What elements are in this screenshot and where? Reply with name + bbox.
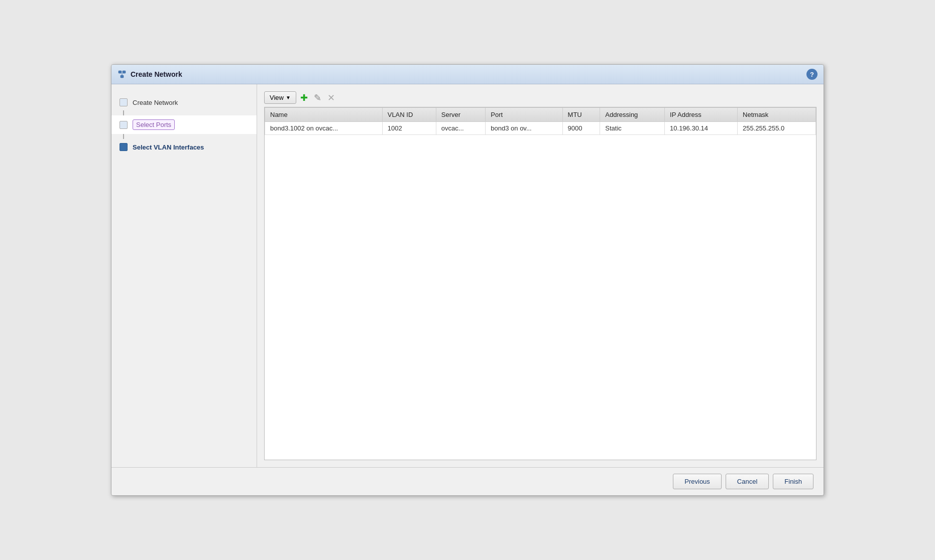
sidebar-label-create-network: Create Network bbox=[133, 99, 178, 106]
dialog-body: Create Network Select Ports Select VLAN … bbox=[111, 84, 824, 467]
dialog-title: Create Network bbox=[131, 70, 182, 78]
view-button[interactable]: View ▼ bbox=[264, 91, 296, 104]
cell-4: 9000 bbox=[562, 122, 600, 135]
dialog-header-left: Create Network bbox=[118, 70, 182, 79]
delete-button[interactable]: ✕ bbox=[325, 92, 337, 103]
step-icon-select-vlan bbox=[120, 143, 128, 151]
col-ip-address: IP Address bbox=[665, 108, 738, 122]
ports-table: Name VLAN ID Server Port MTU Addressing … bbox=[265, 107, 816, 135]
dialog-footer: Previous Cancel Finish bbox=[111, 467, 824, 495]
network-icon bbox=[118, 70, 127, 79]
cell-3: bond3 on ov... bbox=[486, 122, 562, 135]
table-container: Name VLAN ID Server Port MTU Addressing … bbox=[264, 107, 816, 460]
view-label: View bbox=[270, 94, 284, 101]
edit-button[interactable]: ✎ bbox=[312, 92, 323, 103]
step-icon-select-ports bbox=[120, 121, 128, 129]
cell-7: 255.255.255.0 bbox=[738, 122, 816, 135]
col-netmask: Netmask bbox=[738, 108, 816, 122]
step-icon-create-network bbox=[120, 98, 128, 106]
table-row[interactable]: bond3.1002 on ovcac...1002ovcac...bond3 … bbox=[265, 122, 816, 135]
sidebar-connector-1 bbox=[123, 110, 124, 115]
create-network-dialog: Create Network ? Create Network Select P… bbox=[111, 64, 824, 496]
finish-button[interactable]: Finish bbox=[773, 474, 813, 489]
col-vlan-id: VLAN ID bbox=[382, 108, 436, 122]
chevron-down-icon: ▼ bbox=[286, 95, 291, 100]
cancel-button[interactable]: Cancel bbox=[726, 474, 769, 489]
help-icon[interactable]: ? bbox=[806, 69, 817, 80]
sidebar-connector-2 bbox=[123, 134, 124, 139]
svg-rect-2 bbox=[121, 75, 124, 78]
col-port: Port bbox=[486, 108, 562, 122]
sidebar-item-create-network[interactable]: Create Network bbox=[111, 94, 257, 110]
col-server: Server bbox=[436, 108, 485, 122]
sidebar-label-select-vlan: Select VLAN Interfaces bbox=[133, 144, 204, 151]
cell-2: ovcac... bbox=[436, 122, 485, 135]
col-name: Name bbox=[265, 108, 383, 122]
table-header-row: Name VLAN ID Server Port MTU Addressing … bbox=[265, 108, 816, 122]
sidebar-item-select-vlan[interactable]: Select VLAN Interfaces bbox=[111, 139, 257, 155]
previous-button[interactable]: Previous bbox=[673, 474, 722, 489]
add-button[interactable]: ✚ bbox=[298, 92, 310, 103]
main-content: View ▼ ✚ ✎ ✕ Name VLAN ID Server Port bbox=[257, 84, 824, 467]
cell-5: Static bbox=[600, 122, 665, 135]
toolbar: View ▼ ✚ ✎ ✕ bbox=[264, 91, 816, 104]
sidebar: Create Network Select Ports Select VLAN … bbox=[111, 84, 257, 467]
table-body: bond3.1002 on ovcac...1002ovcac...bond3 … bbox=[265, 122, 816, 135]
dialog-header: Create Network ? bbox=[111, 65, 824, 84]
sidebar-item-select-ports[interactable]: Select Ports bbox=[111, 115, 257, 134]
cell-6: 10.196.30.14 bbox=[665, 122, 738, 135]
col-mtu: MTU bbox=[562, 108, 600, 122]
cell-1: 1002 bbox=[382, 122, 436, 135]
sidebar-label-select-ports: Select Ports bbox=[133, 119, 175, 130]
col-addressing: Addressing bbox=[600, 108, 665, 122]
cell-0: bond3.1002 on ovcac... bbox=[265, 122, 383, 135]
